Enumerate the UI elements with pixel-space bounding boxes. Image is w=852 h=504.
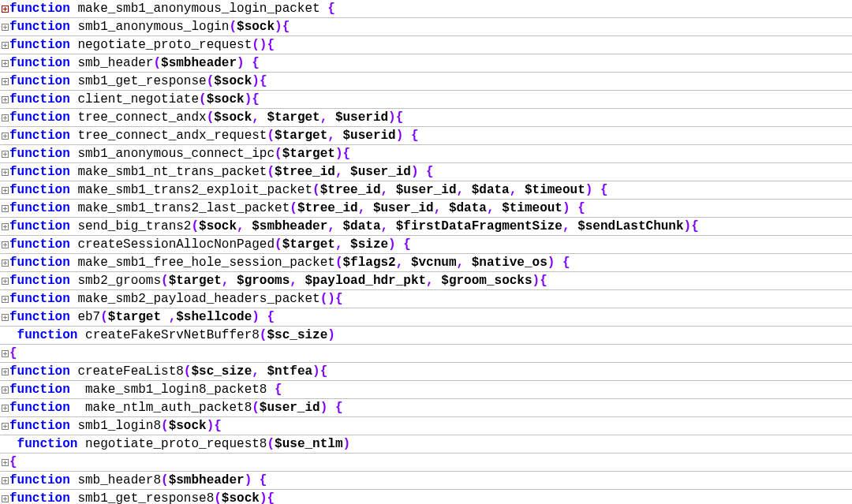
fold-plus-icon[interactable] xyxy=(2,405,9,412)
fold-gutter[interactable] xyxy=(0,368,9,375)
code-content[interactable]: function createFeaList8($sc_size, $ntfea… xyxy=(9,363,852,381)
code-content[interactable]: function make_ntlm_auth_packet8($user_id… xyxy=(9,399,852,417)
token-punct: ) xyxy=(327,328,335,342)
code-content[interactable]: function tree_connect_andx_request($targ… xyxy=(9,127,852,145)
fold-plus-icon[interactable] xyxy=(2,96,9,103)
fold-gutter[interactable] xyxy=(0,6,9,13)
code-content[interactable]: { xyxy=(9,454,852,472)
fold-gutter[interactable] xyxy=(0,278,9,285)
fold-gutter[interactable] xyxy=(0,133,9,140)
fold-gutter[interactable] xyxy=(0,114,9,121)
fold-gutter[interactable] xyxy=(0,405,9,412)
fold-plus-icon[interactable] xyxy=(2,24,9,31)
fold-plus-icon[interactable] xyxy=(2,187,9,194)
fold-gutter[interactable] xyxy=(0,477,9,484)
code-content[interactable]: function make_smb2_payload_headers_packe… xyxy=(9,290,852,308)
fold-plus-icon[interactable] xyxy=(2,296,9,303)
code-content[interactable]: function make_smb1_nt_trans_packet($tree… xyxy=(9,163,852,181)
fold-plus-icon[interactable] xyxy=(2,259,9,267)
token-var: $smbheader xyxy=(161,56,237,70)
code-content[interactable]: function createSessionAllocNonPaged($tar… xyxy=(9,236,852,254)
fold-gutter[interactable] xyxy=(0,96,9,103)
fold-plus-icon[interactable] xyxy=(2,459,9,466)
fold-plus-icon[interactable] xyxy=(2,151,9,158)
code-content[interactable]: function smb2_grooms($target, $grooms, $… xyxy=(9,272,852,290)
fold-gutter[interactable] xyxy=(0,78,9,85)
fold-gutter[interactable] xyxy=(0,187,9,194)
fold-plus-icon[interactable] xyxy=(2,205,9,212)
fold-plus-icon[interactable] xyxy=(2,495,9,502)
code-content[interactable]: function smb1_login8($sock){ xyxy=(9,417,852,435)
code-content[interactable]: function negotiate_proto_request8($use_n… xyxy=(9,435,852,454)
code-content[interactable]: function smb1_get_response($sock){ xyxy=(9,73,852,91)
fold-gutter[interactable] xyxy=(0,259,9,267)
fold-gutter[interactable] xyxy=(0,60,9,67)
fold-gutter[interactable] xyxy=(0,223,9,230)
token-brace: { xyxy=(327,2,335,16)
fold-gutter[interactable] xyxy=(0,205,9,212)
code-content[interactable]: function smb_header8($smbheader) { xyxy=(9,472,852,490)
fold-plus-icon[interactable] xyxy=(2,423,9,430)
fold-plus-icon[interactable] xyxy=(2,114,9,121)
code-content[interactable]: function make_smb1_login8_packet8 { xyxy=(9,381,852,399)
fold-gutter[interactable] xyxy=(0,386,9,394)
fold-gutter[interactable] xyxy=(0,423,9,430)
fold-plus-icon[interactable] xyxy=(2,477,9,484)
code-line: function negotiate_proto_request8($use_n… xyxy=(0,435,852,454)
fold-plus-icon[interactable] xyxy=(2,169,9,176)
code-content[interactable]: function smb1_get_response8($sock){ xyxy=(9,490,852,505)
fold-plus-icon[interactable] xyxy=(2,368,9,375)
token-var: $ntfea xyxy=(267,364,312,379)
fold-gutter[interactable] xyxy=(0,314,9,321)
fold-gutter[interactable] xyxy=(0,151,9,158)
code-content[interactable]: function make_smb1_trans2_exploit_packet… xyxy=(9,181,852,200)
fold-gutter[interactable] xyxy=(0,495,9,502)
token-kw: function xyxy=(9,473,70,487)
code-line: function send_big_trans2($sock, $smbhead… xyxy=(0,218,852,236)
fold-plus-icon[interactable] xyxy=(2,42,9,49)
fold-gutter[interactable] xyxy=(0,350,9,357)
code-content[interactable]: function eb7($target ,$shellcode) { xyxy=(9,308,852,327)
fold-gutter[interactable] xyxy=(0,42,9,49)
code-content[interactable]: { xyxy=(9,345,852,363)
code-content[interactable]: function negotiate_proto_request(){ xyxy=(9,36,852,54)
token-punct: ( xyxy=(267,129,275,143)
code-content[interactable]: function smb_header($smbheader) { xyxy=(9,54,852,73)
fold-gutter[interactable] xyxy=(0,241,9,248)
code-content[interactable]: function smb1_anonymous_connect_ipc($tar… xyxy=(9,145,852,163)
code-content[interactable]: function make_smb1_anonymous_login_packe… xyxy=(9,0,852,18)
code-line: function make_smb1_anonymous_login_packe… xyxy=(0,0,852,18)
code-content[interactable]: function send_big_trans2($sock, $smbhead… xyxy=(9,218,852,236)
fold-gutter[interactable] xyxy=(0,24,9,31)
token-name: negotiate_proto_request xyxy=(70,38,252,52)
token-kw: function xyxy=(9,219,70,233)
token-var: $sc_size xyxy=(267,328,327,342)
fold-plus-icon[interactable] xyxy=(2,133,9,140)
token-kw: function xyxy=(9,74,70,88)
fold-plus-icon[interactable] xyxy=(2,78,9,85)
fold-plus-icon[interactable] xyxy=(2,60,9,67)
fold-gutter[interactable] xyxy=(0,296,9,303)
token-var: $user_id xyxy=(350,165,411,179)
fold-gutter[interactable] xyxy=(0,459,9,466)
fold-plus-icon[interactable] xyxy=(2,386,9,394)
code-content[interactable]: function createFakeSrvNetBuffer8($sc_siz… xyxy=(9,327,852,345)
token-name: negotiate_proto_request8 xyxy=(77,437,267,451)
fold-plus-icon[interactable] xyxy=(2,223,9,230)
code-content[interactable]: function smb1_anonymous_login($sock){ xyxy=(9,18,852,36)
code-content[interactable]: function client_negotiate($sock){ xyxy=(9,91,852,109)
fold-plus-icon[interactable] xyxy=(2,314,9,321)
fold-plus-icon[interactable] xyxy=(2,350,9,357)
token-var: $groom_socks xyxy=(441,274,532,288)
fold-plus-icon[interactable] xyxy=(2,241,9,248)
token-name: smb1_get_response8 xyxy=(70,491,214,505)
fold-plus-icon[interactable] xyxy=(2,6,9,13)
token-var: $firstDataFragmentSize xyxy=(396,219,562,233)
code-content[interactable]: function make_smb1_free_hole_session_pac… xyxy=(9,254,852,272)
code-content[interactable]: function make_smb1_trans2_last_packet($t… xyxy=(9,200,852,218)
fold-plus-icon[interactable] xyxy=(2,278,9,285)
code-content[interactable]: function tree_connect_andx($sock, $targe… xyxy=(9,109,852,127)
token-var: $data xyxy=(449,201,487,215)
fold-gutter[interactable] xyxy=(0,169,9,176)
token-var: $grooms xyxy=(237,274,290,288)
